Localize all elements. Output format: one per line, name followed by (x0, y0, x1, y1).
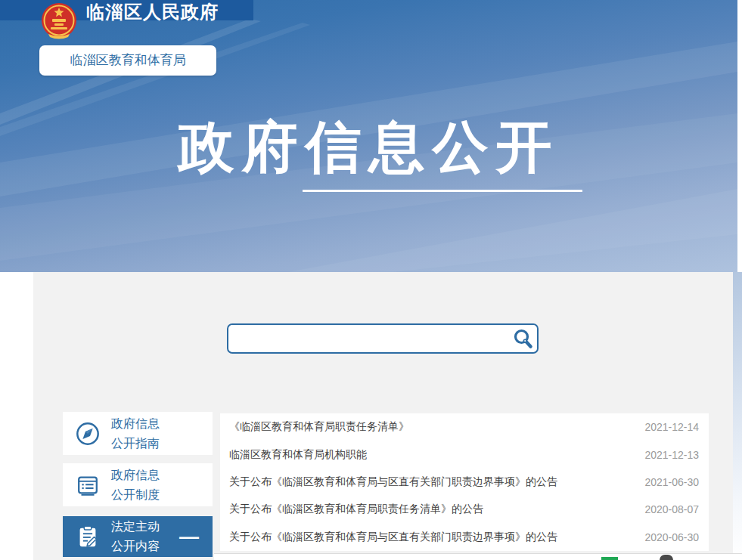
sidebar-item-label: 法定主动 公开内容 (111, 517, 160, 556)
collapse-minus-toggle[interactable]: — (179, 527, 199, 546)
search-input[interactable] (227, 323, 539, 354)
list-item-title[interactable]: 临淄区教育和体育局机构职能 (229, 448, 367, 462)
news-list: 《临淄区教育和体育局职责任务清单》 2021-12-14 临淄区教育和体育局机构… (220, 413, 709, 551)
list-item[interactable]: 《临淄区教育和体育局职责任务清单》 2021-12-14 (220, 413, 709, 441)
sidebar-item-label: 政府信息 公开指南 (111, 414, 160, 453)
page-title: 政府信息公开 (0, 110, 737, 186)
list-item-title[interactable]: 《临淄区教育和体育局职责任务清单》 (229, 420, 409, 434)
list-item-date: 2020-08-07 (644, 503, 699, 515)
sidebar-item-gov-info-system[interactable]: 政府信息 公开制度 (63, 463, 213, 506)
list-item-date: 2021-06-30 (644, 476, 699, 488)
list-item[interactable]: 关于公布《临淄区教育和体育局与区直有关部门职责边界事项》的公告 2020-06-… (220, 524, 709, 551)
document-list-icon (73, 470, 103, 500)
clipboard-pencil-icon (73, 521, 103, 552)
top-banner: 临淄区人民政府 临淄区教育和体育局 政府信息公开 (0, 0, 737, 272)
list-item[interactable]: 关于公布《临淄区教育和体育局职责任务清单》的公告 2020-08-07 (220, 496, 709, 523)
list-item-date: 2021-12-14 (644, 421, 699, 433)
search-icon (511, 327, 534, 350)
list-item-title[interactable]: 关于公布《临淄区教育和体育局与区直有关部门职责边界事项》的公告 (229, 531, 557, 544)
sidebar-item-label: 政府信息 公开制度 (111, 466, 160, 505)
national-emblem-logo (41, 1, 77, 40)
list-item[interactable]: 临淄区教育和体育局机构职能 2021-12-13 (220, 441, 709, 468)
list-item[interactable]: 关于公布《临淄区教育和体育局与区直有关部门职责边界事项》的公告 2021-06-… (220, 469, 709, 496)
content-panel: 政府信息 公开指南 政府信息 公开制度 (33, 272, 733, 560)
sidebar-item-gov-info-guide[interactable]: 政府信息 公开指南 (63, 412, 213, 455)
footer-dark-icon (660, 555, 673, 560)
list-item-date: 2021-12-13 (644, 449, 699, 461)
footer-green-icon (601, 557, 618, 560)
list-item-date: 2020-06-30 (644, 531, 699, 543)
sidebar-item-statutory-disclosure[interactable]: 法定主动 公开内容 — (63, 516, 213, 557)
site-brand[interactable]: 临淄区人民政府 (41, 0, 219, 40)
list-item-title[interactable]: 关于公布《临淄区教育和体育局与区直有关部门职责边界事项》的公告 (229, 475, 557, 489)
list-item-title[interactable]: 关于公布《临淄区教育和体育局职责任务清单》的公告 (229, 503, 483, 516)
site-name: 临淄区人民政府 (86, 2, 219, 22)
title-underline (303, 190, 582, 192)
search-button[interactable] (511, 327, 534, 350)
department-button[interactable]: 临淄区教育和体育局 (39, 45, 216, 76)
sidebar: 政府信息 公开指南 政府信息 公开制度 (63, 412, 213, 557)
compass-icon (73, 419, 103, 449)
search-bar (227, 323, 539, 354)
right-edge-strip (733, 272, 742, 560)
